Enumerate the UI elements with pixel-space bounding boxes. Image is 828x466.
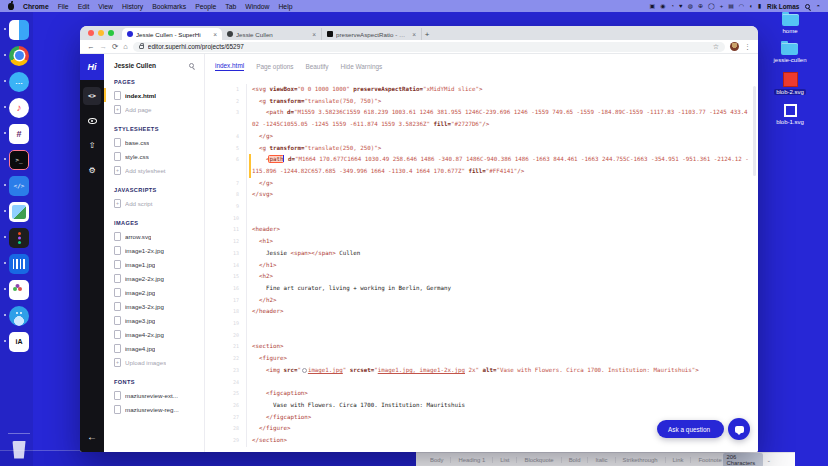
dock-item-slack[interactable]: #: [9, 123, 30, 144]
dock-item-bird[interactable]: [9, 305, 30, 326]
disc-icon[interactable]: ◍: [688, 3, 693, 9]
battery-icon[interactable]: ▮: [758, 3, 761, 9]
display-icon[interactable]: ▤: [728, 3, 734, 9]
menubar-item-view[interactable]: View: [98, 3, 113, 10]
format-item-italic[interactable]: Italic: [587, 457, 607, 463]
url-text[interactable]: editor.superhi.com/projects/65297: [148, 43, 709, 50]
format-item-heading-1[interactable]: Heading 1: [450, 457, 485, 463]
code-area[interactable]: 1<svg viewBox="0 0 1000 1000" preserveAs…: [205, 78, 758, 452]
sidebar-item-add-stylesheet[interactable]: +Add stylesheet: [114, 163, 194, 177]
browser-tab-1[interactable]: Jessie Cullen - SuperHi×: [122, 28, 222, 40]
code-view-button[interactable]: <>: [83, 87, 101, 105]
dock-item-finder[interactable]: [9, 19, 30, 40]
code-line[interactable]: 6 <path d="M1664 170.677C1664 1030.49 25…: [205, 154, 758, 177]
dock-item-media[interactable]: [9, 279, 30, 300]
menubar-item-tab[interactable]: Tab: [225, 3, 236, 10]
sidebar-item-style-css[interactable]: style.css: [114, 149, 194, 163]
code-line[interactable]: 14 </h1>: [205, 260, 758, 272]
wifi-icon[interactable]: ◠: [739, 3, 744, 9]
dock-item-vscode[interactable]: </>: [9, 175, 30, 196]
code-line[interactable]: 2 <g transform="translate(750, 750)">: [205, 96, 758, 108]
ask-question-button[interactable]: Ask a question: [657, 420, 724, 438]
code-line[interactable]: 1<svg viewBox="0 0 1000 1000" preserveAs…: [205, 84, 758, 96]
sidebar-item-index-html[interactable]: index.html: [104, 88, 194, 102]
superhi-logo[interactable]: Hi: [80, 54, 104, 80]
dock-item-terminal[interactable]: >_: [9, 149, 30, 170]
sidebar-item-image3-jpg[interactable]: image3.jpg: [114, 313, 194, 327]
code-line[interactable]: 3 <path d="M1559 3.58236C1559 618.239 10…: [205, 107, 758, 130]
sidebar-item-base-css[interactable]: base.css: [114, 135, 194, 149]
sidebar-item-maziusreview-reg-[interactable]: maziusreview-reg...: [114, 402, 194, 416]
sidebar-item-upload-images[interactable]: +Upload images: [114, 355, 194, 369]
code-line[interactable]: 21<section>: [205, 341, 758, 353]
chrome-menu-icon[interactable]: ⋮: [744, 43, 751, 51]
sidebar-item-image4-2x-jpg[interactable]: image4-2x.jpg: [114, 327, 194, 341]
lock-icon[interactable]: [139, 45, 144, 49]
desktop-icon-jessie-cullen[interactable]: jessie-cullen: [773, 43, 806, 63]
settings-button[interactable]: ⚙: [83, 162, 101, 180]
code-line[interactable]: 4 </g>: [205, 131, 758, 143]
format-item-blockquote[interactable]: Blockquote: [516, 457, 553, 463]
close-window-button[interactable]: [88, 30, 94, 36]
browser-tab-2[interactable]: Jessie Cullen×: [222, 28, 322, 40]
menubar-item-history[interactable]: History: [122, 3, 143, 10]
sidebar-item-arrow-svg[interactable]: arrow.svg: [114, 229, 194, 243]
code-line[interactable]: 16 Fine art curator, living + working in…: [205, 283, 758, 295]
apple-menu-icon[interactable]: [8, 3, 14, 10]
zoom-window-button[interactable]: [108, 30, 114, 36]
browser-tab-3[interactable]: preserveAspectRatio - SVG: S…×: [322, 28, 422, 40]
code-line[interactable]: 26 Vase with Flowers. Circa 1700. Instit…: [205, 400, 758, 412]
code-line[interactable]: 13 Jessie <span></span> Cullen: [205, 248, 758, 260]
home-icon[interactable]: ⌂: [123, 43, 128, 51]
address-bar[interactable]: editor.superhi.com/projects/65297 ☆: [133, 42, 725, 52]
tab-close-icon[interactable]: ×: [312, 31, 316, 38]
editor-tab-hide-warnings[interactable]: Hide Warnings: [341, 63, 383, 70]
dock-item-iawriter[interactable]: iA: [9, 331, 30, 352]
search-icon[interactable]: [189, 63, 194, 68]
sidebar-item-maziusreview-ext-[interactable]: maziusreview-ext...: [114, 388, 194, 402]
code-line[interactable]: 17 </h2>: [205, 295, 758, 307]
code-line[interactable]: 18</header>: [205, 306, 758, 318]
asset-preview-icon[interactable]: [302, 368, 307, 373]
bookmark-star-icon[interactable]: ☆: [713, 43, 719, 51]
sidebar-item-image1-jpg[interactable]: image1.jpg: [114, 257, 194, 271]
desktop-icon-home[interactable]: home: [782, 14, 799, 34]
code-line[interactable]: 23 <img src="image1.jpg" srcset="image1.…: [205, 365, 758, 377]
menubar-item-people[interactable]: People: [195, 3, 216, 10]
code-line[interactable]: 9: [205, 201, 758, 213]
dock-item-audio[interactable]: [9, 253, 30, 274]
dock-item-chrome[interactable]: [9, 45, 30, 66]
sidebar-item-image1-2x-jpg[interactable]: image1-2x.jpg: [114, 243, 194, 257]
sidebar-item-image2-2x-jpg[interactable]: image2-2x.jpg: [114, 271, 194, 285]
sidebar-item-add-page[interactable]: +Add page: [114, 102, 194, 116]
record-icon[interactable]: ◉: [660, 3, 665, 9]
menubar-username[interactable]: Rik Lomas: [767, 3, 799, 10]
control-center-icon[interactable]: ◓: [816, 3, 820, 9]
reload-icon[interactable]: ⟳: [112, 43, 118, 51]
preview-button[interactable]: [83, 112, 101, 130]
chevron-down-icon[interactable]: ⌄: [766, 457, 771, 463]
sidebar-item-image2-jpg[interactable]: image2.jpg: [114, 285, 194, 299]
plus-icon[interactable]: +: [720, 3, 724, 9]
sidebar-item-add-script[interactable]: +Add script: [114, 196, 194, 210]
dock-item-figma[interactable]: [9, 227, 30, 248]
menubar-item-file[interactable]: File: [58, 3, 69, 10]
minimize-window-button[interactable]: [98, 30, 104, 36]
code-line[interactable]: 12 <h1>: [205, 236, 758, 248]
code-line[interactable]: 19: [205, 318, 758, 330]
menubar-item-help[interactable]: Help: [278, 3, 292, 10]
code-line[interactable]: 24: [205, 377, 758, 389]
code-line[interactable]: 10: [205, 213, 758, 225]
dock-item-preview[interactable]: [9, 201, 30, 222]
sidebar-item-image4-jpg[interactable]: image4.jpg: [114, 341, 194, 355]
window-icon[interactable]: ▣: [650, 3, 656, 9]
circle-icon[interactable]: ◯: [708, 3, 715, 9]
chat-widget-button[interactable]: [728, 418, 750, 440]
tab-close-icon[interactable]: ×: [213, 31, 217, 38]
code-line[interactable]: 5 <g transform="translate(250, 250)">: [205, 143, 758, 155]
editor-tab-beautify[interactable]: Beautify: [305, 63, 328, 70]
format-item-bold[interactable]: Bold: [561, 457, 581, 463]
new-tab-button[interactable]: +: [422, 28, 432, 40]
format-item-list[interactable]: List: [492, 457, 509, 463]
format-item-body[interactable]: Body: [430, 457, 443, 463]
